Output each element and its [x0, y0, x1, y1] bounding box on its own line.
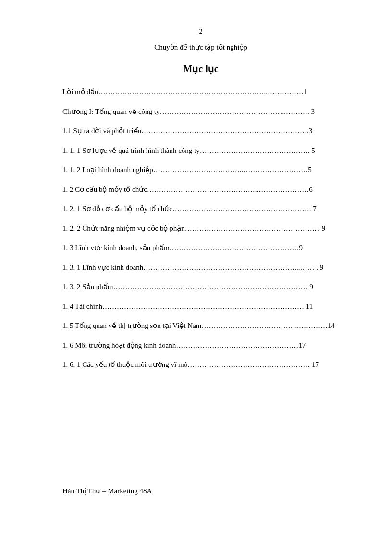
page-number: 2 [62, 28, 339, 36]
toc-title: Mục lục [62, 63, 339, 75]
toc-entry: 1. 3. 2 Sản phẩm………………………………………………………………… [62, 281, 339, 292]
toc-entry: Lời mở đầu……………………………………………………………..……………… [62, 87, 339, 98]
toc-entry: 1. 2. 2 Chức năng nhiệm vụ cỏc bộ phận……… [62, 223, 339, 234]
toc-entry: 1. 2. 1 Sơ đồ cơ cấu bộ mỏy tổ chức……………… [62, 203, 339, 214]
toc-entry: 1. 3 Lĩnh vực kinh doanh, sản phẩm………………… [62, 242, 339, 253]
toc-entry: 1. 3. 1 Lĩnh vực kinh doanh…………………………………… [62, 262, 339, 273]
toc-entry: 1. 1. 2 Loại hình doanh nghiệp…………………………… [62, 164, 339, 176]
page-footer: Hàn Thị Thư – Marketing 48A [62, 487, 152, 495]
toc-entry: 1. 6 Môi trường hoạt động kinh doanh…………… [62, 340, 339, 351]
toc-entry: Chương I: Tổng quan về công ty…………………………… [62, 106, 339, 117]
document-subtitle: Chuyờn đề thực tập tốt nghiệp [62, 43, 339, 51]
toc-entry: 1. 4 Tài chính……………………………………………………………………… [62, 301, 339, 312]
toc-entry: 1. 5 Tổng quan về thị trường sơn tại Việ… [62, 320, 339, 331]
toc-entry: 1.1 Sự ra đời và phỏt triển…………………………………… [62, 126, 339, 137]
toc-entry: 1. 6. 1 Các yếu tố thuộc môi trường vĩ m… [62, 359, 339, 370]
toc-entry: 1. 1. 1 Sơ lược về quá trình hình thành … [62, 145, 339, 156]
toc-entry: 1. 2 Cơ cấu bộ mỏy tổ chức……………………………………… [62, 184, 339, 195]
